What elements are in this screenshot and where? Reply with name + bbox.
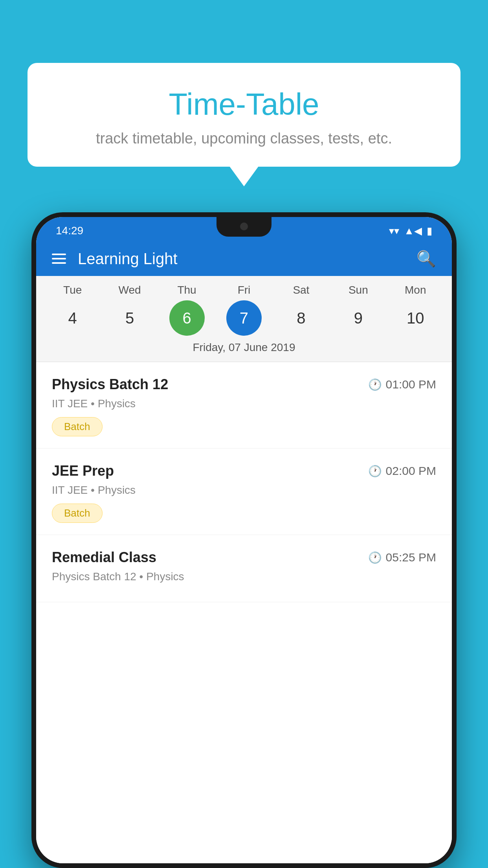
date-row: 45678910 [36, 300, 452, 336]
phone-notch [216, 217, 272, 237]
schedule-item-title: Physics Batch 12 [52, 376, 168, 393]
schedule-item-title: Remedial Class [52, 549, 156, 566]
date-item[interactable]: 8 [283, 300, 319, 336]
wifi-icon: ▾▾ [389, 225, 399, 237]
status-time: 14:29 [56, 224, 83, 237]
schedule-item-subtitle: Physics Batch 12 • Physics [52, 570, 436, 583]
bubble-title: Time-Table [51, 86, 437, 122]
day-header[interactable]: Sat [283, 284, 319, 296]
schedule-item-subtitle: IIT JEE • Physics [52, 397, 436, 410]
battery-icon: ▮ [427, 225, 432, 237]
schedule-list: Physics Batch 12🕐01:00 PMIIT JEE • Physi… [36, 362, 452, 863]
schedule-item[interactable]: JEE Prep🕐02:00 PMIIT JEE • PhysicsBatch [36, 449, 452, 535]
clock-icon: 🕐 [368, 551, 382, 564]
day-header[interactable]: Mon [398, 284, 433, 296]
camera-dot [240, 223, 248, 230]
phone-screen: 14:29 ▾▾ ▲◀ ▮ Learning Light 🔍 T [36, 217, 452, 863]
clock-icon: 🕐 [368, 378, 382, 391]
calendar-section: TueWedThuFriSatSunMon 45678910 Friday, 0… [36, 276, 452, 362]
batch-tag: Batch [52, 504, 103, 523]
date-item[interactable]: 4 [55, 300, 90, 336]
day-headers: TueWedThuFriSatSunMon [36, 284, 452, 296]
status-icons: ▾▾ ▲◀ ▮ [389, 225, 432, 237]
app-title: Learning Light [78, 250, 405, 268]
schedule-time: 🕐05:25 PM [368, 551, 436, 564]
clock-icon: 🕐 [368, 465, 382, 478]
phone-frame: 14:29 ▾▾ ▲◀ ▮ Learning Light 🔍 T [31, 212, 457, 868]
search-icon[interactable]: 🔍 [416, 250, 436, 268]
hamburger-menu-icon[interactable] [52, 254, 66, 264]
signal-icon: ▲◀ [404, 225, 422, 237]
phone-container: 14:29 ▾▾ ▲◀ ▮ Learning Light 🔍 T [31, 212, 457, 868]
selected-date-label: Friday, 07 June 2019 [36, 336, 452, 358]
time-label: 01:00 PM [386, 378, 436, 391]
date-item[interactable]: 5 [112, 300, 147, 336]
speech-bubble: Time-Table track timetable, upcoming cla… [28, 63, 460, 167]
schedule-item-subtitle: IIT JEE • Physics [52, 484, 436, 497]
speech-bubble-container: Time-Table track timetable, upcoming cla… [28, 63, 460, 167]
day-header[interactable]: Fri [226, 284, 262, 296]
schedule-item[interactable]: Physics Batch 12🕐01:00 PMIIT JEE • Physi… [36, 362, 452, 449]
app-bar: Learning Light 🔍 [36, 241, 452, 276]
day-header[interactable]: Wed [112, 284, 147, 296]
day-header[interactable]: Sun [341, 284, 376, 296]
date-item[interactable]: 10 [398, 300, 433, 336]
schedule-time: 🕐01:00 PM [368, 378, 436, 391]
day-header[interactable]: Thu [169, 284, 205, 296]
time-label: 05:25 PM [386, 551, 436, 564]
date-item[interactable]: 6 [169, 300, 205, 336]
date-item[interactable]: 7 [226, 300, 262, 336]
time-label: 02:00 PM [386, 464, 436, 478]
schedule-item-header: Physics Batch 12🕐01:00 PM [52, 376, 436, 393]
schedule-time: 🕐02:00 PM [368, 464, 436, 478]
bubble-subtitle: track timetable, upcoming classes, tests… [51, 130, 437, 147]
schedule-item-header: Remedial Class🕐05:25 PM [52, 549, 436, 566]
day-header[interactable]: Tue [55, 284, 90, 296]
schedule-item[interactable]: Remedial Class🕐05:25 PMPhysics Batch 12 … [36, 535, 452, 602]
batch-tag: Batch [52, 417, 103, 436]
schedule-item-title: JEE Prep [52, 463, 114, 479]
date-item[interactable]: 9 [341, 300, 376, 336]
schedule-item-header: JEE Prep🕐02:00 PM [52, 463, 436, 479]
